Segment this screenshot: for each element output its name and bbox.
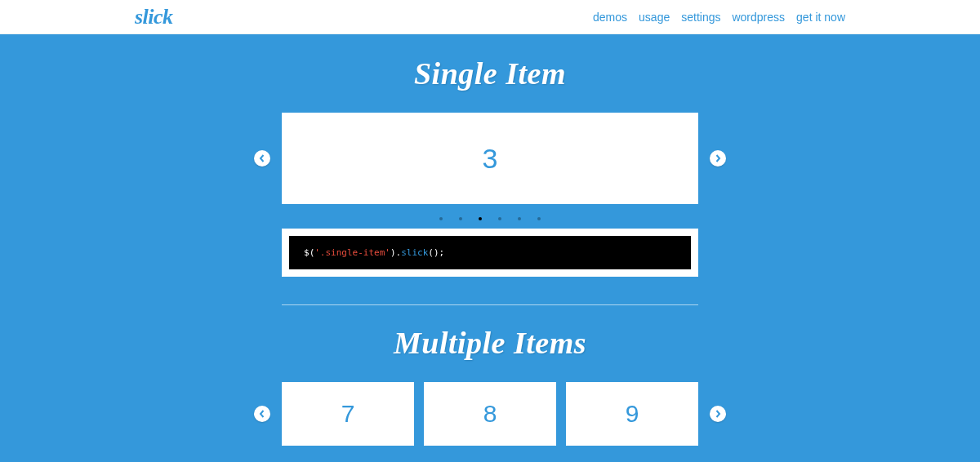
top-navigation: slick demos usage settings wordpress get…	[0, 0, 980, 34]
chevron-right-icon	[714, 151, 722, 166]
multi-slide: 9	[566, 382, 698, 446]
slide-number: 9	[626, 400, 639, 428]
slide-number: 7	[341, 400, 355, 428]
prev-arrow-button[interactable]	[254, 150, 270, 167]
next-arrow-button[interactable]	[710, 150, 726, 167]
multi-slide: 7	[282, 382, 414, 446]
code-pre: $('.single-item').slick();	[289, 236, 691, 269]
chevron-right-icon	[714, 406, 722, 421]
single-item-title: Single Item	[282, 56, 698, 91]
dot-6[interactable]	[537, 217, 541, 220]
dot-4[interactable]	[498, 217, 501, 220]
single-slide: 3	[282, 113, 698, 204]
dot-1[interactable]	[439, 217, 443, 220]
pagination-dots	[282, 217, 698, 220]
slide-number: 3	[483, 143, 498, 175]
next-arrow-button[interactable]	[710, 406, 726, 422]
nav-get-it-now[interactable]: get it now	[796, 11, 845, 24]
multiple-items-carousel: 7 8 9	[282, 382, 698, 446]
prev-arrow-button[interactable]	[254, 406, 270, 422]
nav-wordpress[interactable]: wordpress	[732, 11, 785, 24]
nav-usage[interactable]: usage	[639, 11, 670, 24]
chevron-left-icon	[258, 406, 266, 421]
chevron-left-icon	[258, 151, 266, 166]
slide-number: 8	[483, 400, 497, 428]
nav-demos[interactable]: demos	[593, 11, 627, 24]
section-divider	[282, 304, 698, 305]
dot-5[interactable]	[518, 217, 521, 220]
multiple-items-title: Multiple Items	[282, 325, 698, 361]
nav-settings[interactable]: settings	[681, 11, 720, 24]
nav-links: demos usage settings wordpress get it no…	[593, 11, 845, 24]
code-example: $('.single-item').slick();	[282, 229, 698, 277]
dot-2[interactable]	[459, 217, 462, 220]
single-item-carousel: 3	[282, 113, 698, 204]
logo[interactable]: slick	[135, 5, 173, 29]
dot-3[interactable]	[479, 217, 482, 220]
multi-slide: 8	[424, 382, 556, 446]
